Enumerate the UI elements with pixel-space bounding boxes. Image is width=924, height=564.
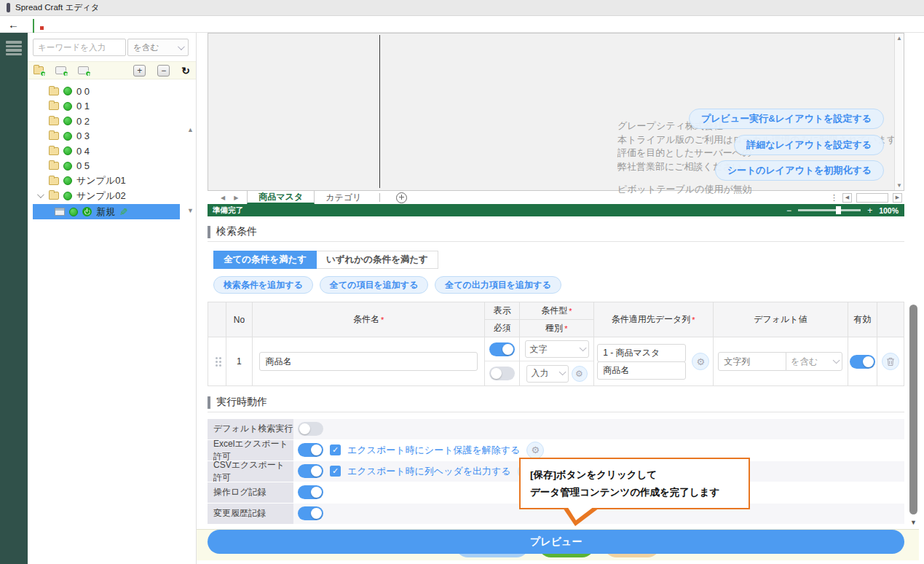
kind-select[interactable]: 入力 [526, 365, 569, 383]
add-content-button[interactable] [55, 66, 66, 74]
preview-run-layout-button[interactable]: プレビュー実行&レイアウトを設定する [689, 109, 884, 129]
spreadsheet-icon[interactable] [33, 20, 43, 29]
condition-name-input[interactable] [259, 352, 477, 371]
callout-line: データ管理コンテンツの作成を完了します [530, 484, 739, 501]
unprotect-sheet-checkbox[interactable]: ✓ [330, 444, 341, 455]
default-header: デフォルト値 [714, 302, 848, 337]
add-sheet-icon[interactable] [396, 192, 407, 203]
operation-log-toggle[interactable] [298, 485, 323, 499]
detail-layout-button[interactable]: 詳細なレイアウトを設定する [734, 135, 884, 155]
default-search-toggle[interactable] [298, 422, 323, 436]
default-match-select[interactable]: を含む [786, 352, 842, 371]
kind-select-value: 入力 [532, 367, 549, 380]
scroll-down-icon[interactable]: ▼ [896, 182, 902, 189]
tree-item[interactable]: 0 3 [28, 129, 196, 144]
zoom-slider[interactable] [798, 209, 861, 211]
kind-settings-gear-icon[interactable]: ⚙ [572, 366, 588, 382]
runtime-section-header: 実行時動作 [208, 393, 904, 412]
tree-item[interactable]: 0 1 [28, 99, 196, 114]
tree-item[interactable]: 0 4 [28, 144, 196, 159]
chevron-down-icon [579, 344, 586, 351]
scroll-up-icon[interactable]: ▲ [896, 35, 902, 42]
side-rail [0, 33, 28, 564]
type-select[interactable]: 文字 [525, 340, 589, 358]
search-input[interactable] [33, 39, 126, 56]
add-content-alt-button[interactable] [78, 66, 89, 74]
add-all-outputs-button[interactable]: 全ての出力項目を追加する [435, 276, 561, 294]
tree-item-expanded[interactable]: サンプル02 [28, 189, 196, 204]
main-scroll-down-icon[interactable]: ▼ [910, 519, 917, 526]
expand-all-button[interactable]: + [133, 65, 146, 77]
reset-layout-button[interactable]: シートのレイアウトを初期化する [715, 160, 884, 181]
add-all-fields-button[interactable]: 全ての項目を追加する [320, 276, 428, 294]
match-any-button[interactable]: いずれかの条件を満たす [317, 251, 438, 269]
zoom-in-icon[interactable]: + [867, 206, 872, 215]
edit-pencil-icon[interactable]: ✎ [119, 207, 128, 217]
chevron-down-icon [833, 356, 840, 364]
save-callout: [保存]ボタンをクリックして データ管理コンテンツの作成を完了します [519, 458, 750, 509]
drag-header [208, 302, 226, 337]
refresh-icon[interactable]: ↻ [181, 65, 190, 77]
collapse-all-button[interactable]: − [157, 65, 170, 77]
footer-bar: プレビュー 複写新規 保 存 削 除 [197, 529, 919, 560]
required-toggle[interactable] [489, 367, 515, 380]
zoom-slider-thumb[interactable] [836, 206, 841, 214]
tree-item[interactable]: 0 5 [28, 159, 196, 174]
tree-toolbar: + − ↻ [28, 61, 196, 79]
column-header-label: エクスポート時に列ヘッダを出力する [347, 465, 511, 478]
required-mark: * [564, 324, 567, 333]
tree-item[interactable]: 0 0 [28, 84, 196, 99]
preview-scrollbar[interactable]: ▲ ▼ [894, 34, 904, 190]
status-dot-icon [63, 176, 72, 185]
zoom-level: 100% [879, 206, 899, 215]
target-settings-gear-icon[interactable]: ⚙ [692, 353, 709, 370]
name-header: 条件名* [253, 302, 484, 337]
status-dot-icon [63, 87, 72, 95]
back-icon[interactable]: ← [8, 19, 19, 30]
add-condition-button[interactable]: 検索条件を追加する [213, 276, 313, 294]
delete-row-button[interactable] [882, 353, 899, 370]
add-folder-button[interactable] [33, 66, 44, 74]
csv-export-toggle[interactable] [298, 464, 323, 478]
status-dot-icon [63, 117, 72, 125]
zoom-out-icon[interactable]: − [786, 206, 791, 215]
tab-next-icon[interactable]: ▶ [234, 195, 238, 201]
tab-prev-icon[interactable]: ◀ [221, 195, 225, 201]
enabled-toggle[interactable] [850, 355, 875, 369]
default-value-input[interactable] [718, 352, 786, 371]
main-scrollbar[interactable]: ▼ [909, 216, 919, 529]
tab-nav-arrows: ◀ ▶ [208, 191, 247, 204]
excel-export-toggle[interactable] [298, 443, 323, 457]
tree-item[interactable]: サンプル01 [28, 173, 196, 189]
show-required-cell [485, 337, 519, 385]
enabled-header: 有効 [848, 302, 877, 337]
tab-sheet-product-master[interactable]: 商品マスタ [247, 191, 315, 204]
main-scrollbar-thumb[interactable] [909, 305, 917, 514]
spreadsheet-grid-icon [33, 19, 34, 33]
tree-item-label: サンプル02 [76, 189, 126, 203]
tree-item-selected[interactable]: 新規 ✎ [33, 204, 180, 219]
target-column-box[interactable]: 商品名 [597, 361, 686, 380]
tree-scroll-down-icon[interactable]: ▼ [187, 207, 194, 214]
status-dot-icon [63, 192, 72, 200]
change-history-toggle[interactable] [298, 506, 323, 520]
tree-item[interactable]: 0 2 [28, 114, 196, 129]
chevron-down-icon[interactable] [37, 191, 44, 198]
menu-icon[interactable] [6, 41, 22, 55]
required-mark: * [569, 307, 572, 316]
excel-option-gear-icon[interactable]: ⚙ [526, 442, 544, 459]
match-all-button[interactable]: 全ての条件を満たす [213, 251, 317, 269]
show-toggle[interactable] [489, 342, 515, 356]
status-dot-icon [63, 132, 72, 141]
spreadsheet-preview: グレープシティ株式会社 本トライアル版のご利用はローカル環境のみに制限されていま… [208, 33, 904, 191]
tab-sheet-category[interactable]: カテゴリ [315, 191, 372, 204]
column-header-checkbox[interactable]: ✓ [330, 466, 341, 477]
tree-scroll-up-icon[interactable]: ▲ [187, 126, 194, 133]
drag-cell[interactable] [208, 337, 226, 385]
drag-handle-icon[interactable] [216, 357, 218, 359]
target-header-label: 条件適用先データ列 [612, 313, 691, 326]
match-select[interactable]: を含む [127, 39, 189, 56]
sheet-divider-line [379, 35, 380, 188]
target-sheet-box[interactable]: 1 - 商品マスタ [597, 344, 686, 362]
preview-button[interactable]: プレビュー [208, 530, 904, 554]
